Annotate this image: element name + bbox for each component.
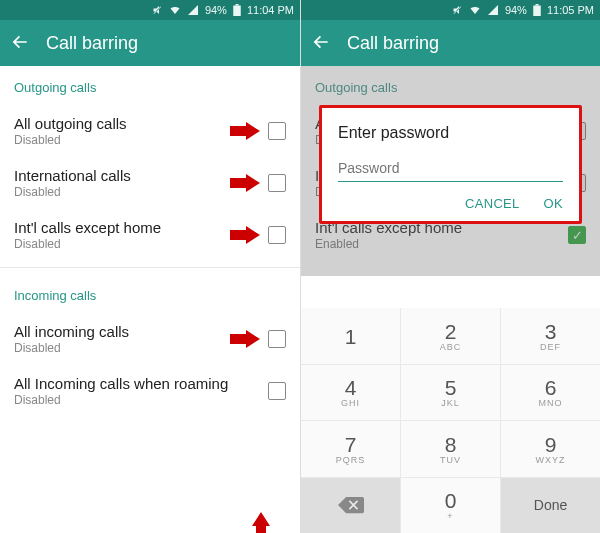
signal-icon xyxy=(487,4,499,16)
cancel-button[interactable]: CANCEL xyxy=(465,196,520,211)
checkbox[interactable] xyxy=(268,330,286,348)
row-sub: Disabled xyxy=(14,393,268,407)
key-7[interactable]: 7PQRS xyxy=(301,421,400,477)
backspace-icon xyxy=(338,496,364,514)
checkbox[interactable] xyxy=(268,122,286,140)
page-title: Call barring xyxy=(46,33,138,54)
clock: 11:04 PM xyxy=(247,4,294,16)
row-label: All outgoing calls xyxy=(14,115,268,132)
row-label: Int'l calls except home xyxy=(14,219,268,236)
divider xyxy=(0,267,300,268)
key-4[interactable]: 4GHI xyxy=(301,365,400,421)
svg-rect-7 xyxy=(533,6,541,17)
battery-percent: 94% xyxy=(505,4,527,16)
key-9[interactable]: 9WXYZ xyxy=(501,421,600,477)
status-bar: 94% 11:04 PM xyxy=(0,0,300,20)
svg-marker-6 xyxy=(252,512,270,533)
app-header: Call barring xyxy=(301,20,600,66)
password-dialog-highlight: Enter password CANCEL OK xyxy=(319,105,582,224)
row-sub: Disabled xyxy=(14,341,268,355)
mute-icon xyxy=(451,4,463,16)
back-icon[interactable] xyxy=(311,32,331,55)
section-incoming: Incoming calls xyxy=(0,274,300,313)
key-3[interactable]: 3DEF xyxy=(501,308,600,364)
row-label: International calls xyxy=(14,167,268,184)
svg-rect-1 xyxy=(235,4,238,6)
row-all-incoming[interactable]: All incoming calls Disabled xyxy=(0,313,300,365)
signal-icon xyxy=(187,4,199,16)
dialog-title: Enter password xyxy=(338,124,563,142)
section-outgoing: Outgoing calls xyxy=(0,66,300,105)
row-international[interactable]: International calls Disabled xyxy=(0,157,300,209)
checkbox[interactable] xyxy=(268,174,286,192)
key-6[interactable]: 6MNO xyxy=(501,365,600,421)
svg-rect-0 xyxy=(233,6,241,17)
clock: 11:05 PM xyxy=(547,4,594,16)
key-1[interactable]: 1 xyxy=(301,308,400,364)
app-header: Call barring xyxy=(0,20,300,66)
password-input[interactable] xyxy=(338,156,563,182)
ok-button[interactable]: OK xyxy=(544,196,563,211)
row-intl-except-home[interactable]: Int'l calls except home Disabled xyxy=(0,209,300,261)
key-2[interactable]: 2ABC xyxy=(401,308,500,364)
row-all-outgoing[interactable]: All outgoing calls Disabled xyxy=(0,105,300,157)
battery-icon xyxy=(233,4,241,16)
numeric-keypad: 1 2ABC 3DEF 4GHI 5JKL 6MNO 7PQRS 8TUV 9W… xyxy=(301,308,600,533)
wifi-icon xyxy=(169,4,181,16)
checkbox[interactable] xyxy=(268,226,286,244)
key-0[interactable]: 0+ xyxy=(401,478,500,534)
screen-right: 94% 11:05 PM Call barring Outgoing calls… xyxy=(300,0,600,533)
key-5[interactable]: 5JKL xyxy=(401,365,500,421)
back-icon[interactable] xyxy=(10,32,30,55)
svg-rect-8 xyxy=(535,4,538,6)
row-label: All Incoming calls when roaming xyxy=(14,375,268,392)
row-sub: Disabled xyxy=(14,237,268,251)
battery-icon xyxy=(533,4,541,16)
key-done[interactable]: Done xyxy=(501,478,600,534)
row-sub: Disabled xyxy=(14,133,268,147)
checkbox[interactable] xyxy=(268,382,286,400)
annotation-arrow-up-icon xyxy=(252,512,270,533)
row-incoming-roaming[interactable]: All Incoming calls when roaming Disabled xyxy=(0,365,300,417)
key-8[interactable]: 8TUV xyxy=(401,421,500,477)
password-dialog: Enter password CANCEL OK xyxy=(322,108,579,221)
row-sub: Disabled xyxy=(14,185,268,199)
mute-icon xyxy=(151,4,163,16)
screen-left: 94% 11:04 PM Call barring Outgoing calls… xyxy=(0,0,300,533)
status-bar: 94% 11:05 PM xyxy=(301,0,600,20)
row-label: All incoming calls xyxy=(14,323,268,340)
page-title: Call barring xyxy=(347,33,439,54)
wifi-icon xyxy=(469,4,481,16)
battery-percent: 94% xyxy=(205,4,227,16)
key-backspace[interactable] xyxy=(301,478,400,534)
